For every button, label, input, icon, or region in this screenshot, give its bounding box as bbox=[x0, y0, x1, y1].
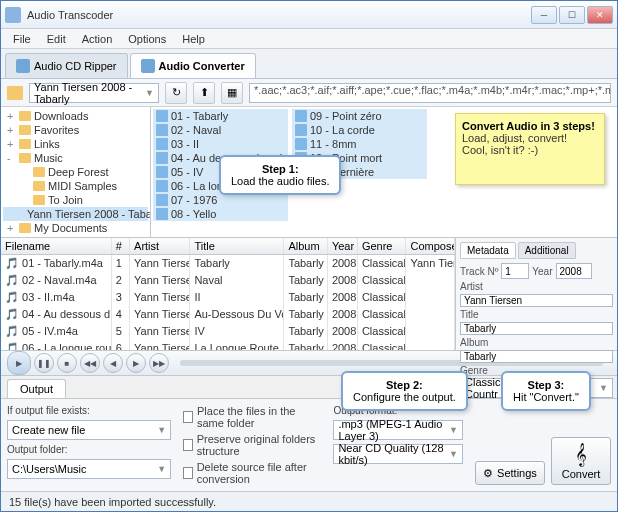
titlebar[interactable]: Audio Transcoder ─ ☐ ✕ bbox=[1, 1, 617, 29]
next-button[interactable]: ▶▶ bbox=[149, 353, 169, 373]
convert-button[interactable]: 𝄞Convert bbox=[551, 437, 611, 485]
app-icon bbox=[5, 7, 21, 23]
tree-item[interactable]: +My Documents bbox=[3, 221, 148, 235]
tree-item[interactable]: Yann Tiersen 2008 - Tabarly bbox=[3, 207, 148, 221]
callout-title: Step 1: bbox=[262, 163, 299, 175]
file-item[interactable]: 11 - 8mm bbox=[292, 137, 427, 151]
close-button[interactable]: ✕ bbox=[587, 6, 613, 24]
up-button[interactable]: ⬆ bbox=[193, 82, 215, 104]
minimize-button[interactable]: ─ bbox=[531, 6, 557, 24]
tab-cd-ripper[interactable]: Audio CD Ripper bbox=[5, 53, 128, 78]
track-grid[interactable]: Filename # Artist Title Album Year Genre… bbox=[1, 238, 455, 350]
table-row[interactable]: 🎵 03 - II.m4a3Yann TiersenIITabarly2008C… bbox=[1, 289, 455, 306]
refresh-button[interactable]: ↻ bbox=[165, 82, 187, 104]
tree-item[interactable]: -Music bbox=[3, 151, 148, 165]
callout-desc: Configure the output. bbox=[353, 391, 456, 403]
prev-button[interactable]: ◀◀ bbox=[80, 353, 100, 373]
tab-row: Audio CD Ripper Audio Converter bbox=[1, 49, 617, 79]
track-input[interactable] bbox=[501, 263, 529, 279]
chk2-label: Preserve original folders structure bbox=[197, 433, 322, 457]
menu-edit[interactable]: Edit bbox=[39, 31, 74, 47]
statusbar: 15 file(s) have been imported successful… bbox=[1, 491, 617, 511]
filter-text: *.aac;*.ac3;*.aif;*.aiff;*.ape;*.cue;*.f… bbox=[254, 84, 611, 96]
artist-label: Artist bbox=[460, 281, 613, 292]
file-item[interactable]: 08 - Yello bbox=[153, 207, 288, 221]
year-input[interactable] bbox=[556, 263, 592, 279]
convert-label: Convert bbox=[562, 468, 601, 480]
fwd-button[interactable]: ▶ bbox=[126, 353, 146, 373]
view-button[interactable]: ▦ bbox=[221, 82, 243, 104]
pause-button[interactable]: ❚❚ bbox=[34, 353, 54, 373]
settings-button[interactable]: ⚙Settings bbox=[475, 461, 545, 485]
chk1-label: Place the files in the same folder bbox=[197, 405, 321, 429]
table-row[interactable]: 🎵 01 - Tabarly.m4a1Yann TiersenTabarlyTa… bbox=[1, 255, 455, 272]
sticky-title: Convert Audio in 3 steps! bbox=[462, 120, 595, 132]
grid-header[interactable]: Filename # Artist Title Album Year Genre… bbox=[1, 238, 455, 255]
tree-item[interactable]: +Links bbox=[3, 137, 148, 151]
stop-button[interactable]: ■ bbox=[57, 353, 77, 373]
file-item[interactable]: 01 - Tabarly bbox=[153, 109, 288, 123]
folder-combo[interactable]: C:\Users\Music▼ bbox=[7, 459, 171, 479]
path-combo[interactable]: Yann Tiersen 2008 - Tabarly▼ bbox=[29, 83, 159, 103]
tree-item[interactable]: To Join bbox=[3, 193, 148, 207]
tree-item[interactable]: +Favorites bbox=[3, 123, 148, 137]
chk-preserve[interactable] bbox=[183, 439, 193, 451]
col-title[interactable]: Title bbox=[190, 238, 284, 254]
file-item[interactable]: 02 - Naval bbox=[153, 123, 288, 137]
col-num[interactable]: # bbox=[112, 238, 130, 254]
col-filename[interactable]: Filename bbox=[1, 238, 112, 254]
album-label: Album bbox=[460, 337, 613, 348]
cd-icon bbox=[16, 59, 30, 73]
exists-label: If output file exists: bbox=[7, 405, 171, 416]
callout-step1: Step 1: Load the audio files. bbox=[219, 155, 341, 195]
callout-title: Step 2: bbox=[386, 379, 423, 391]
menu-action[interactable]: Action bbox=[74, 31, 121, 47]
table-row[interactable]: 🎵 02 - Naval.m4a2Yann TiersenNavalTabarl… bbox=[1, 272, 455, 289]
title-input[interactable] bbox=[460, 322, 613, 335]
table-row[interactable]: 🎵 06 - La longue route.m4a6Yann TiersenL… bbox=[1, 340, 455, 350]
callout-title: Step 3: bbox=[528, 379, 565, 391]
col-album[interactable]: Album bbox=[284, 238, 328, 254]
rew-button[interactable]: ◀ bbox=[103, 353, 123, 373]
chk3-label: Delete source file after conversion bbox=[197, 461, 322, 485]
col-genre[interactable]: Genre bbox=[358, 238, 407, 254]
maximize-button[interactable]: ☐ bbox=[559, 6, 585, 24]
filter-combo[interactable]: *.aac;*.ac3;*.aif;*.aiff;*.ape;*.cue;*.f… bbox=[249, 83, 611, 103]
menubar: File Edit Action Options Help bbox=[1, 29, 617, 49]
folder-value: C:\Users\Music bbox=[12, 463, 87, 475]
gear-icon: ⚙ bbox=[483, 467, 493, 480]
output-tab[interactable]: Output bbox=[7, 379, 66, 398]
col-composer[interactable]: Composer bbox=[406, 238, 455, 254]
album-input[interactable] bbox=[460, 350, 613, 363]
tree-item[interactable]: +Downloads bbox=[3, 109, 148, 123]
year-label: Year bbox=[532, 266, 552, 277]
exists-combo[interactable]: Create new file▼ bbox=[7, 420, 171, 440]
play-button[interactable]: ▶ bbox=[7, 351, 31, 375]
chk-same-folder[interactable] bbox=[183, 411, 193, 423]
table-row[interactable]: 🎵 05 - IV.m4a5Yann TiersenIVTabarly2008C… bbox=[1, 323, 455, 340]
title-label: Title bbox=[460, 309, 613, 320]
menu-options[interactable]: Options bbox=[120, 31, 174, 47]
col-year[interactable]: Year bbox=[328, 238, 358, 254]
output-panel: If output file exists: Create new file▼ … bbox=[1, 398, 617, 491]
status-text: 15 file(s) have been imported successful… bbox=[9, 496, 216, 508]
chk-delete[interactable] bbox=[183, 467, 193, 479]
note-icon: 𝄞 bbox=[575, 443, 587, 466]
format-combo[interactable]: .mp3 (MPEG-1 Audio Layer 3)▼ bbox=[333, 420, 463, 440]
tab-additional[interactable]: Additional bbox=[518, 242, 576, 259]
artist-input[interactable] bbox=[460, 294, 613, 307]
tree-item[interactable]: Deep Forest bbox=[3, 165, 148, 179]
tab-audio-converter[interactable]: Audio Converter bbox=[130, 53, 256, 78]
menu-file[interactable]: File bbox=[5, 31, 39, 47]
tree-item[interactable]: MIDI Samples bbox=[3, 179, 148, 193]
table-row[interactable]: 🎵 04 - Au dessous d.m4a4Yann TiersenAu-D… bbox=[1, 306, 455, 323]
file-item[interactable]: 07 - 1976 bbox=[153, 193, 288, 207]
quality-combo[interactable]: Near CD Quality (128 kbit/s)▼ bbox=[333, 444, 463, 464]
col-artist[interactable]: Artist bbox=[130, 238, 190, 254]
file-item[interactable]: 09 - Point zéro bbox=[292, 109, 427, 123]
file-item[interactable]: 03 - II bbox=[153, 137, 288, 151]
tab-metadata[interactable]: Metadata bbox=[460, 242, 516, 259]
file-item[interactable]: 10 - La corde bbox=[292, 123, 427, 137]
folder-tree[interactable]: +Downloads+Favorites+Links-MusicDeep For… bbox=[1, 107, 151, 237]
menu-help[interactable]: Help bbox=[174, 31, 213, 47]
